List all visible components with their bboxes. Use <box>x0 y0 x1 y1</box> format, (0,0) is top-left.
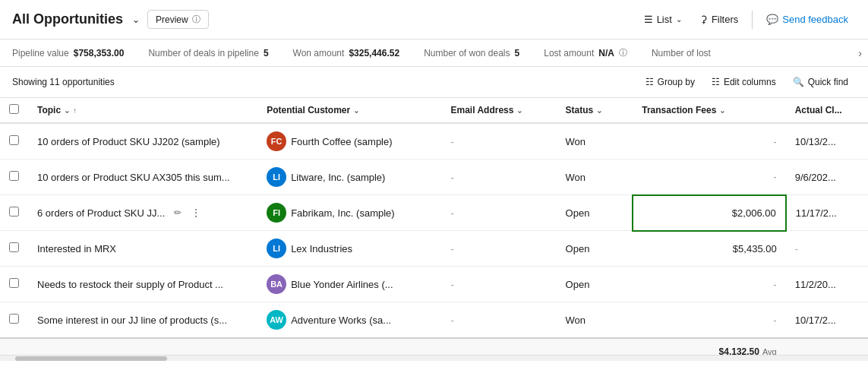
footer-cell-2 <box>257 338 441 355</box>
row-customer[interactable]: FIFabrikam, Inc. (sample) <box>257 195 441 231</box>
list-button[interactable]: ☰ List ⌄ <box>636 9 690 30</box>
email-value: - <box>451 172 454 183</box>
row-checkbox-cell <box>0 160 28 195</box>
customer-name: Adventure Works (sa... <box>291 315 391 326</box>
filters-button[interactable]: ⚳ Filters <box>693 9 746 30</box>
th-status[interactable]: Status ⌄ <box>557 98 633 123</box>
page-title-dropdown-icon[interactable]: ⌄ <box>132 14 140 25</box>
row-fees[interactable]: $2,006.00 <box>633 195 785 231</box>
select-all-header[interactable] <box>0 98 28 123</box>
row-checkbox-cell <box>0 123 28 160</box>
header-divider <box>752 11 753 29</box>
stats-chevron-right-icon[interactable]: › <box>858 47 862 59</box>
table-wrapper: Topic ⌄ ↑ Potential Customer ⌄ Ema <box>0 98 868 361</box>
row-actual: 10/13/2... <box>786 123 868 160</box>
won-amount-label: Won amount <box>293 48 345 58</box>
th-actual[interactable]: Actual Cl... <box>786 98 868 123</box>
topic-asc-icon[interactable]: ↑ <box>73 106 77 115</box>
customer-name: Fabrikam, Inc. (sample) <box>291 207 395 219</box>
fees-value: - <box>773 171 776 182</box>
row-email: - <box>442 195 557 231</box>
stat-won-deals: Number of won deals 5 <box>424 48 519 58</box>
preview-label: Preview <box>156 14 188 25</box>
page-title: All Opportunities <box>12 11 123 27</box>
edit-columns-button[interactable]: ☷ Edit columns <box>704 73 784 91</box>
status-sort-icon[interactable]: ⌄ <box>596 106 602 115</box>
row-checkbox[interactable] <box>9 135 19 145</box>
list-dropdown-icon: ⌄ <box>676 15 682 24</box>
row-customer[interactable]: LILitware, Inc. (sample) <box>257 160 441 195</box>
fees-sort-icon[interactable]: ⌄ <box>719 106 725 115</box>
info-icon: ⓘ <box>192 14 200 25</box>
won-deals-value: 5 <box>515 48 520 58</box>
stat-deals-pipeline: Number of deals in pipeline 5 <box>148 48 268 58</box>
deals-pipeline-value: 5 <box>264 48 269 58</box>
row-checkbox[interactable] <box>9 207 19 217</box>
preview-button[interactable]: Preview ⓘ <box>147 10 209 29</box>
row-status: Won <box>557 302 633 339</box>
edit-icon[interactable]: ✏ <box>174 207 181 218</box>
row-topic: 10 orders of Product SKU JJ202 (sample) <box>28 123 257 160</box>
won-amount-value: $325,446.52 <box>349 48 399 58</box>
row-actual: - <box>786 231 868 267</box>
table-row[interactable]: 10 orders or Product SKU AX305 this sum.… <box>0 160 868 195</box>
email-value: - <box>451 207 454 219</box>
th-email[interactable]: Email Address ⌄ <box>442 98 557 123</box>
scrollbar-thumb[interactable] <box>15 356 167 361</box>
table-container[interactable]: Topic ⌄ ↑ Potential Customer ⌄ Ema <box>0 98 868 355</box>
topic-sort-icon[interactable]: ⌄ <box>64 106 70 115</box>
fees-value: - <box>773 315 776 326</box>
customer-sort-icon[interactable]: ⌄ <box>353 106 359 115</box>
header-left: All Opportunities ⌄ Preview ⓘ <box>12 10 209 29</box>
row-customer[interactable]: BABlue Yonder Airlines (... <box>257 267 441 302</box>
footer-avg-fees: $4,132.50Avg <box>633 338 785 355</box>
th-customer[interactable]: Potential Customer ⌄ <box>257 98 441 123</box>
th-topic[interactable]: Topic ⌄ ↑ <box>28 98 257 123</box>
table-row[interactable]: Needs to restock their supply of Product… <box>0 267 868 302</box>
footer-cell-0 <box>0 338 28 355</box>
row-email: - <box>442 231 557 267</box>
lost-amount-value: N/A <box>598 48 614 58</box>
row-customer[interactable]: FCFourth Coffee (sample) <box>257 123 441 160</box>
row-fees: - <box>633 123 785 160</box>
stat-pipeline-value: Pipeline value $758,353.00 <box>12 48 124 58</box>
table-row[interactable]: Some interest in our JJ line of products… <box>0 302 868 339</box>
feedback-button[interactable]: 💬 Send feedback <box>759 9 856 30</box>
horizontal-scrollbar[interactable] <box>0 355 868 361</box>
row-checkbox[interactable] <box>9 314 19 324</box>
row-email: - <box>442 302 557 339</box>
stat-lost-number: Number of lost <box>652 48 711 58</box>
table-footer-row: $4,132.50Avg <box>0 338 868 355</box>
row-customer[interactable]: AWAdventure Works (sa... <box>257 302 441 339</box>
th-status-label: Status <box>566 105 594 115</box>
row-status: Won <box>557 160 633 195</box>
row-status: Open <box>557 195 633 231</box>
row-actual: 11/2/20... <box>786 267 868 302</box>
group-by-button[interactable]: ☷ Group by <box>638 73 702 91</box>
edit-columns-label: Edit columns <box>724 77 776 87</box>
table-row[interactable]: 10 orders of Product SKU JJ202 (sample)F… <box>0 123 868 160</box>
stats-bar: Pipeline value $758,353.00 Number of dea… <box>0 40 868 67</box>
edit-columns-icon: ☷ <box>712 77 720 87</box>
list-label: List <box>657 14 672 25</box>
table-row[interactable]: 6 orders of Product SKU JJ... ✏ ⋮FIFabri… <box>0 195 868 231</box>
fees-value: $2,006.00 <box>732 207 776 219</box>
more-icon[interactable]: ⋮ <box>191 207 201 219</box>
row-status: Won <box>557 123 633 160</box>
quick-find-button[interactable]: 🔍 Quick find <box>785 73 856 91</box>
table-row[interactable]: Interested in MRXLILex Industries-Open$5… <box>0 231 868 267</box>
app-header: All Opportunities ⌄ Preview ⓘ ☰ List ⌄ ⚳… <box>0 0 868 40</box>
row-checkbox[interactable] <box>9 278 19 288</box>
email-sort-icon[interactable]: ⌄ <box>516 106 522 115</box>
list-icon: ☰ <box>644 14 653 25</box>
customer-avatar: FC <box>267 131 286 151</box>
select-all-checkbox[interactable] <box>9 104 19 114</box>
th-fees[interactable]: Transaction Fees ⌄ <box>633 98 785 123</box>
row-checkbox[interactable] <box>9 242 19 252</box>
row-status: Open <box>557 267 633 302</box>
pipeline-value-label: Pipeline value <box>12 48 69 58</box>
email-value: - <box>451 315 454 326</box>
row-customer[interactable]: LILex Industries <box>257 231 441 267</box>
row-checkbox[interactable] <box>9 171 19 181</box>
row-topic: 10 orders or Product SKU AX305 this sum.… <box>28 160 257 195</box>
